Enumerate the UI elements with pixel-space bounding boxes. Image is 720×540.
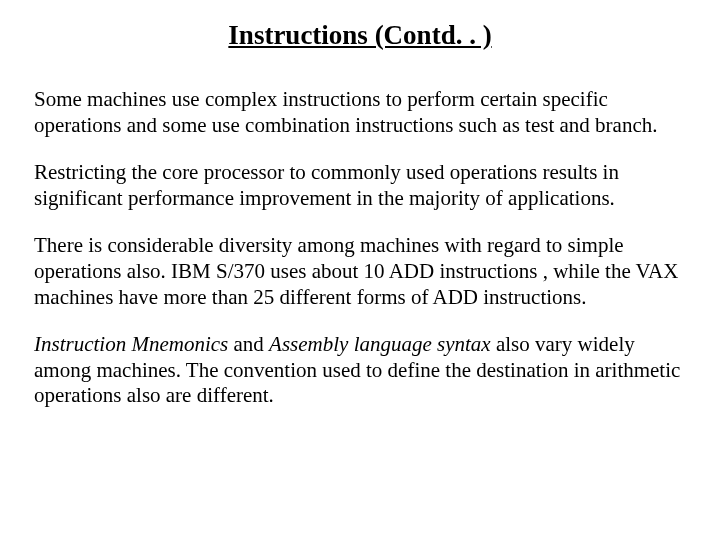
slide-title: Instructions (Contd. . ) [34,20,686,51]
slide-container: Instructions (Contd. . ) Some machines u… [0,0,720,540]
emphasis-assembly-syntax: Assembly language syntax [269,332,491,356]
emphasis-instruction-mnemonics: Instruction Mnemonics [34,332,228,356]
paragraph-3: There is considerable diversity among ma… [34,233,686,310]
paragraph-4: Instruction Mnemonics and Assembly langu… [34,332,686,409]
paragraph-1: Some machines use complex instructions t… [34,87,686,138]
text-and: and [228,332,269,356]
paragraph-2: Restricting the core processor to common… [34,160,686,211]
